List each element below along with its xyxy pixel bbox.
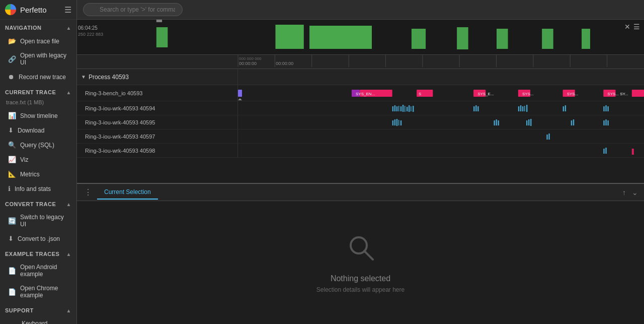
svg-rect-79 [394,119,395,125]
navigation-section-header[interactable]: Navigation ▲ [0,20,76,34]
svg-rect-63 [475,105,476,111]
svg-rect-10 [525,31,529,47]
sidebar-item-download[interactable]: ⬇ Download [2,123,74,137]
sidebar-item-open-legacy-ui[interactable]: 🔗 Open with legacy UI [2,49,74,69]
svg-rect-93 [607,120,608,125]
svg-rect-85 [498,120,499,125]
track-canvas-4[interactable] [238,144,644,157]
viz-icon: 📈 [8,156,16,163]
svg-rect-69 [524,106,525,111]
tab-current-selection[interactable]: Current Selection [97,185,158,200]
record-icon: ⏺ [8,73,15,81]
svg-rect-59 [411,106,412,111]
android-file-icon: 📄 [8,267,16,275]
ruler-label-area [77,55,238,67]
svg-rect-0 [156,27,168,47]
bottom-panel-menu-icon[interactable]: ⋮ [81,185,95,199]
sidebar-item-convert-json[interactable]: ⬇ Convert to .json [2,232,74,245]
sidebar-item-viz[interactable]: 📈 Viz [2,153,74,166]
convert-trace-section-header[interactable]: Convert trace ▲ [0,196,76,210]
svg-rect-91 [603,120,604,125]
svg-rect-57 [407,107,408,111]
svg-rect-87 [528,119,529,125]
bottom-panel: ⋮ Current Selection ↑ ⌄ Nothing selected… [77,183,644,324]
ruler-ticks-area: 00:00:00 000 000 000 00:00:00 [238,55,644,69]
svg-rect-15 [156,20,162,22]
search-input[interactable] [83,3,183,16]
svg-rect-52 [396,106,397,111]
svg-text:06:04:25: 06:04:25 [78,25,98,31]
svg-rect-68 [522,106,523,111]
support-section-header[interactable]: Support ▲ [0,302,76,316]
overview-strip[interactable]: 06:04:25 250 222 883 ✕ ☰ [77,20,644,55]
track-label-2: Ring-3-iou-wrk-40593 40595 [77,115,238,129]
topbar: 🔍 [77,0,644,20]
svg-rect-86 [526,120,527,125]
example-traces-section-header[interactable]: Example Traces ▲ [0,246,76,260]
svg-rect-56 [405,106,406,112]
hamburger-menu-icon[interactable]: ☰ [64,5,71,15]
track-svg-2 [238,115,644,129]
sidebar-item-query-sql[interactable]: 🔍 Query (SQL) [2,138,74,152]
track-svg-4 [238,144,644,157]
svg-rect-9 [497,29,508,49]
close-selection-icon[interactable]: ✕ [624,23,630,31]
svg-rect-14 [604,31,609,47]
svg-rect-92 [605,119,606,125]
track-row: Ring-3-iou-wrk-40593 40598 [77,144,644,158]
sidebar-item-open-chrome-example[interactable]: 📄 Open Chrome example [2,282,74,302]
svg-text:00:00:00: 00:00:00 [239,61,257,66]
info-icon: ℹ [8,185,11,192]
nothing-selected-icon [346,232,376,268]
svg-rect-78 [392,120,393,125]
svg-rect-76 [607,106,608,111]
sidebar-item-metrics[interactable]: 📐 Metrics [2,167,74,181]
sidebar-item-show-timeline[interactable]: 📊 Show timeline [2,109,74,122]
svg-rect-1 [230,32,238,47]
sidebar-item-keyboard-shortcuts[interactable]: ⌨ Keyboard shortcuts [2,317,74,324]
current-trace-section-header[interactable]: Current Trace ▲ [0,84,76,98]
app-title: Perfetto [20,6,64,14]
list-view-icon[interactable]: ☰ [633,23,640,31]
sidebar-item-switch-legacy-ui[interactable]: 🔄 Switch to legacy UI [2,211,74,231]
svg-rect-42 [632,90,644,97]
process-header-row[interactable]: ▼ Process 40593 [77,69,644,85]
link-icon: 🔗 [8,55,16,63]
svg-text:SYS_EN...: SYS_EN... [356,92,375,96]
svg-rect-2 [275,25,303,49]
svg-line-102 [364,251,373,260]
svg-rect-74 [603,106,604,111]
sidebar-item-open-android-example[interactable]: 📄 Open Android example [2,261,74,281]
svg-rect-13 [582,29,590,49]
switch-icon: 🔄 [8,217,16,225]
track-svg-3 [238,129,644,143]
process-label: ▼ Process 40593 [77,69,238,85]
svg-rect-3 [309,26,372,49]
track-canvas-3[interactable] [238,129,644,143]
convert-json-icon: ⬇ [8,235,14,242]
expand-button[interactable]: ⌄ [630,186,640,199]
track-canvas-1[interactable] [238,101,644,115]
svg-rect-8 [479,31,485,47]
svg-rect-55 [403,105,404,112]
svg-rect-62 [473,106,474,111]
sidebar-item-record-new-trace[interactable]: ⏺ Record new trace [2,70,74,84]
track-canvas-0[interactable]: SYS_EN... S SYS_E... SYS... SYS... SYS..… [238,85,644,101]
svg-rect-83 [494,120,495,125]
bottom-panel-content: Nothing selected Selection details will … [77,201,644,324]
sidebar-item-open-trace-file[interactable]: 📂 Open trace file [2,34,74,48]
overview-svg: 06:04:25 250 222 883 [77,20,644,54]
svg-rect-64 [477,106,478,111]
process-track-canvas[interactable] [238,69,644,85]
process-expand-icon[interactable]: ▼ [81,74,86,80]
sidebar-item-info-and-stats[interactable]: ℹ Info and stats [2,182,74,196]
svg-rect-96 [548,134,549,140]
pin-button[interactable]: ↑ [620,186,628,199]
svg-rect-51 [394,105,395,111]
track-row: Ring-3-iou-wrk-40593 40595 [77,115,644,129]
svg-text:SYS...: SYS... [522,92,534,96]
svg-rect-80 [396,119,397,126]
track-canvas-2[interactable] [238,115,644,129]
svg-rect-71 [563,106,564,111]
svg-rect-53 [398,106,399,111]
